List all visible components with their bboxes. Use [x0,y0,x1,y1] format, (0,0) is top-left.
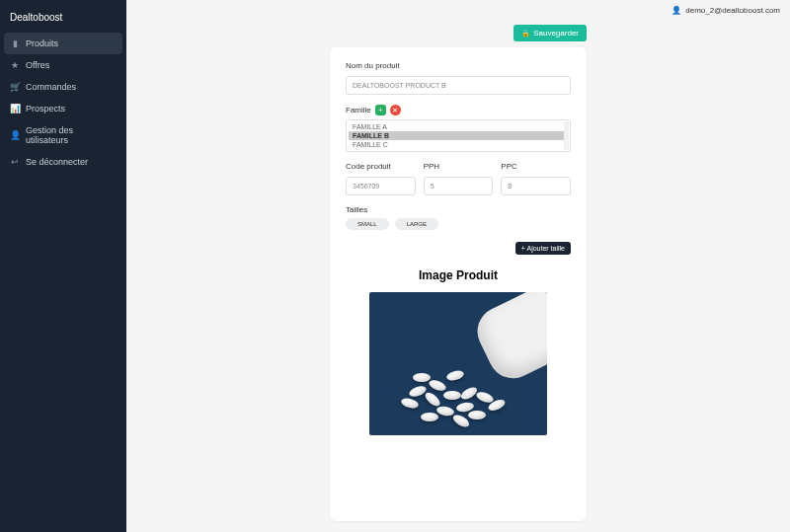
pill-icon [468,411,486,419]
famille-option[interactable]: FAMILLE A [349,122,568,131]
ppc-label: PPC [501,162,571,171]
main-content: 👤 demo_2@dealtoboost.com 🔒 Sauvegarder N… [126,0,790,532]
user-email[interactable]: demo_2@dealtoboost.com [685,6,780,15]
sidebar-item-users[interactable]: 👤 Gestion des utilisateurs [0,119,126,151]
image-title: Image Produit [346,268,571,282]
sidebar-item-commandes[interactable]: 🛒 Commandes [0,76,126,98]
sidebar-item-prospects[interactable]: 📊 Prospects [0,98,126,119]
famille-option[interactable]: FAMILLE C [349,140,568,149]
famille-add-button[interactable]: + [375,105,386,115]
pph-label: PPH [424,162,494,171]
size-pill[interactable]: SMALL [346,218,389,230]
chart-icon: 📊 [10,104,20,114]
code-label: Code produit [346,162,416,171]
product-card: Nom du produit Famille + ✕ FAMILLE A FAM… [330,47,587,521]
sizes-row: SMALL LARGE [346,218,571,230]
cart-icon: 🛒 [10,82,20,92]
name-input[interactable] [346,76,571,95]
famille-option[interactable]: FAMILLE B [349,131,568,140]
content-area: 🔒 Sauvegarder Nom du produit Famille + ✕… [126,21,790,532]
sidebar-item-label: Offres [26,60,49,70]
user-icon: 👤 [672,6,681,15]
topbar: 👤 demo_2@dealtoboost.com [126,0,790,21]
product-image[interactable] [369,292,547,435]
logout-icon: ↩ [10,157,20,167]
famille-delete-button[interactable]: ✕ [390,105,401,115]
famille-label: Famille [346,106,371,114]
famille-select[interactable]: FAMILLE A FAMILLE B FAMILLE C [346,119,571,152]
tailles-label: Tailles [346,205,571,214]
pill-icon [421,413,438,421]
pill-icon [413,373,431,382]
actions-row: 🔒 Sauvegarder [330,25,587,41]
sidebar-item-label: Gestion des utilisateurs [26,125,117,145]
pph-input[interactable] [424,177,494,195]
save-button[interactable]: 🔒 Sauvegarder [514,25,587,41]
save-label: Sauvegarder [533,29,579,38]
ppc-input[interactable] [501,177,571,195]
pill-icon [435,406,454,418]
sidebar: Dealtoboost ▮ Produits ★ Offres 🛒 Comman… [0,0,126,532]
add-size-button[interactable]: + Ajouter taille [515,242,571,255]
star-icon: ★ [10,60,20,70]
size-pill[interactable]: LARGE [395,218,438,230]
sidebar-item-label: Prospects [26,104,65,114]
sidebar-item-label: Se déconnecter [26,157,88,167]
user-icon: 👤 [10,130,20,140]
sidebar-item-logout[interactable]: ↩ Se déconnecter [0,151,126,173]
famille-header: Famille + ✕ [346,105,571,115]
pill-icon [445,369,465,382]
code-input[interactable] [346,177,416,195]
name-label: Nom du produit [346,61,571,70]
box-icon: ▮ [10,38,20,48]
brand-title: Dealtoboost [0,6,126,33]
add-size-row: + Ajouter taille [346,242,571,255]
sidebar-item-produits[interactable]: ▮ Produits [4,33,122,54]
code-prices-row: Code produit PPH PPC [346,162,571,195]
pill-icon [443,391,461,400]
sidebar-item-offres[interactable]: ★ Offres [0,54,126,76]
lock-icon: 🔒 [521,30,530,38]
sidebar-item-label: Produits [26,38,58,48]
pill-icon [400,397,420,410]
pill-icon [428,378,447,393]
sidebar-item-label: Commandes [26,82,76,92]
pill-bottle-icon [469,292,547,387]
